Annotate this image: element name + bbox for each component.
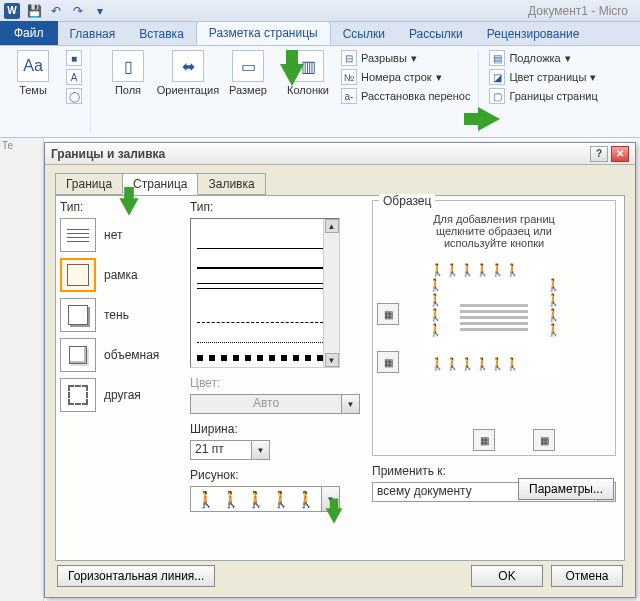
type-none-label: нет [104,228,122,242]
art-label: Рисунок: [190,468,360,482]
tab-mailings[interactable]: Рассылки [397,23,475,45]
type-shadow[interactable]: тень [60,298,180,332]
type-custom[interactable]: другая [60,378,180,412]
watermark-icon: ▤ [489,50,505,66]
themes-icon: Aa [17,50,49,82]
window-title: Документ1 - Micro [108,4,636,18]
page-borders-button[interactable]: ▢Границы страниц [489,88,597,104]
save-icon[interactable]: 💾 [26,3,42,19]
art-figure-icon: 🚶 [296,490,316,509]
file-tab[interactable]: Файл [0,21,58,45]
word-app-icon: W [4,3,20,19]
scroll-up-icon[interactable]: ▲ [325,219,339,233]
margins-label: Поля [115,84,141,96]
cancel-button[interactable]: Отмена [551,565,623,587]
theme-fonts-icon[interactable]: A [66,69,82,85]
breaks-button[interactable]: ⊟Разрывы ▾ [341,50,470,66]
art-dropdown[interactable]: 🚶 🚶 🚶 🚶 🚶 ▼ [190,486,340,512]
ribbon-body: Aa Темы ■ A ◯ ▯Поля ⬌Ориентация ▭Размер … [0,46,640,138]
page-color-button[interactable]: ◪Цвет страницы ▾ [489,69,597,85]
help-button[interactable]: ? [590,146,608,162]
type-box[interactable]: рамка [60,258,180,292]
qat-dropdown-icon[interactable]: ▾ [92,3,108,19]
width-dropdown[interactable]: 21 пт ▼ [190,440,270,460]
callout-arrow-page-layout-tab [280,64,304,86]
preview-fieldset: Образец Для добавления границ щелкните о… [372,200,616,456]
orientation-button[interactable]: ⬌Ориентация [161,50,215,96]
close-button[interactable]: ✕ [611,146,629,162]
breaks-label: Разрывы [361,52,407,64]
scroll-down-icon[interactable]: ▼ [325,353,339,367]
themes-group: Aa Темы ■ A ◯ [6,50,91,133]
size-label: Размер [229,84,267,96]
theme-colors-icon[interactable]: ■ [66,50,82,66]
tab-page-layout[interactable]: Разметка страницы [196,21,331,45]
edge-right-button[interactable]: ▦ [533,429,555,451]
tab-review[interactable]: Рецензирование [475,23,592,45]
parameters-button[interactable]: Параметры... [518,478,614,500]
type-3d-label: объемная [104,348,159,362]
width-value: 21 пт [190,440,252,460]
dialog-tabs: Граница Страница Заливка [55,173,635,195]
hyphenation-icon: a- [341,88,357,104]
dialog-title: Границы и заливка [51,147,165,161]
ok-button[interactable]: OK [471,565,543,587]
type-custom-label: другая [104,388,141,402]
color-value: Авто [190,394,342,414]
edge-top-button[interactable]: ▦ [377,303,399,325]
size-button[interactable]: ▭Размер [221,50,275,96]
page-borders-icon: ▢ [489,88,505,104]
watermark-button[interactable]: ▤Подложка ▾ [489,50,597,66]
callout-arrow-page-borders [478,107,500,131]
edge-bottom-button[interactable]: ▦ [377,351,399,373]
redo-icon[interactable]: ↷ [70,3,86,19]
type-3d[interactable]: объемная [60,338,180,372]
watermark-label: Подложка [509,52,560,64]
horizontal-line-button[interactable]: Горизонтальная линия... [57,565,215,587]
chevron-down-icon[interactable]: ▼ [342,394,360,414]
tab-border[interactable]: Граница [55,173,123,195]
margins-button[interactable]: ▯Поля [101,50,155,96]
margins-icon: ▯ [112,50,144,82]
hyphenation-label: Расстановка перенос [361,90,470,102]
edge-left-button[interactable]: ▦ [473,429,495,451]
line-numbers-label: Номера строк [361,71,432,83]
color-dropdown[interactable]: Авто ▼ [190,394,360,414]
width-label: Ширина: [190,422,360,436]
preview-legend: Образец [379,194,435,208]
preview-hint-1: Для добавления границ [379,213,609,225]
orientation-icon: ⬌ [172,50,204,82]
themes-button[interactable]: Aa Темы [6,50,60,96]
line-numbers-button[interactable]: №Номера строк ▾ [341,69,470,85]
art-figure-icon: 🚶 [271,490,291,509]
undo-icon[interactable]: ↶ [48,3,64,19]
themes-label: Темы [19,84,47,96]
titlebar: W 💾 ↶ ↷ ▾ Документ1 - Micro [0,0,640,22]
type-none[interactable]: нет [60,218,180,252]
style-scrollbar[interactable]: ▲▼ [323,219,339,367]
type-box-label: рамка [104,268,138,282]
type-shadow-label: тень [104,308,129,322]
tab-home[interactable]: Главная [58,23,128,45]
size-icon: ▭ [232,50,264,82]
hyphenation-button[interactable]: a-Расстановка перенос [341,88,470,104]
breaks-icon: ⊟ [341,50,357,66]
style-label: Тип: [190,200,360,214]
chevron-down-icon[interactable]: ▼ [252,440,270,460]
art-figure-icon: 🚶 [246,490,266,509]
page-color-label: Цвет страницы [509,71,586,83]
style-list[interactable]: ▲▼ [190,218,340,368]
tab-shading[interactable]: Заливка [197,173,265,195]
ribbon-tabs: Файл Главная Вставка Разметка страницы С… [0,22,640,46]
callout-arrow-page-tab [117,196,141,218]
tab-references[interactable]: Ссылки [331,23,397,45]
theme-effects-icon[interactable]: ◯ [66,88,82,104]
line-numbers-icon: № [341,69,357,85]
art-figure-icon: 🚶 [196,490,216,509]
art-figure-icon: 🚶 [221,490,241,509]
tab-insert[interactable]: Вставка [127,23,196,45]
preview-sample[interactable]: 🚶🚶🚶🚶🚶🚶 🚶🚶🚶🚶🚶🚶 🚶🚶🚶🚶 🚶🚶🚶🚶 [424,257,564,377]
color-label: Цвет: [190,376,360,390]
dialog-buttons: OK Отмена [471,565,623,587]
preview-hint-3: используйте кнопки [379,237,609,249]
